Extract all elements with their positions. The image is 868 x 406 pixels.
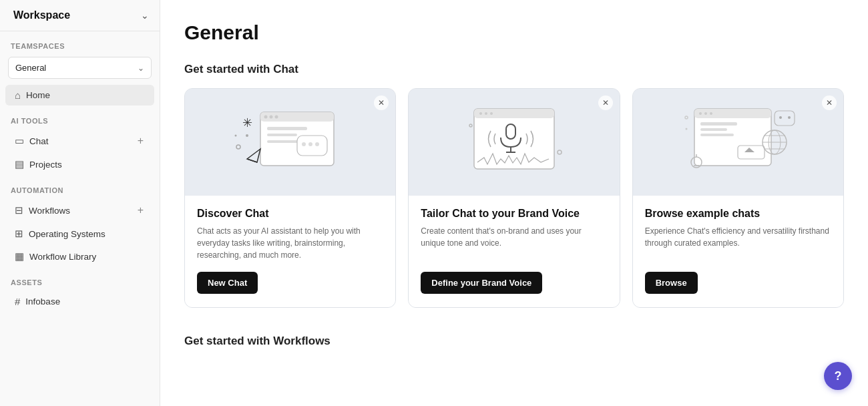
brand-voice-svg: [447, 99, 581, 186]
svg-rect-6: [267, 134, 297, 136]
svg-rect-33: [700, 122, 737, 126]
card-brand-voice-close[interactable]: ✕: [598, 95, 613, 110]
svg-point-15: [236, 145, 240, 149]
svg-rect-8: [297, 136, 327, 156]
svg-point-4: [274, 116, 278, 119]
card-discover-chat-illustration: ✳: [185, 89, 395, 196]
svg-point-10: [308, 142, 312, 146]
teamspace-dropdown[interactable]: General ⌄: [8, 57, 152, 79]
workflows-add-icon[interactable]: +: [135, 204, 146, 217]
svg-text:✳: ✳: [242, 116, 252, 130]
main-content: General Get started with Chat ✕: [160, 0, 868, 406]
card-brand-voice-body: Tailor Chat to your Brand Voice Create c…: [409, 196, 619, 307]
svg-point-50: [686, 128, 688, 130]
svg-point-32: [710, 112, 712, 115]
infobase-label: Infobase: [25, 296, 146, 307]
card-example-chats: ✕: [632, 88, 844, 308]
svg-point-2: [264, 116, 267, 119]
card-example-chats-illustration: [633, 89, 843, 196]
card-brand-voice-illustration: [409, 89, 619, 196]
workspace-chevron-icon: ⌄: [141, 10, 149, 21]
svg-rect-34: [700, 128, 727, 131]
projects-label: Projects: [29, 160, 146, 170]
svg-point-27: [558, 150, 562, 154]
section-workflows-title: Get started with Workflows: [184, 335, 844, 348]
help-button[interactable]: ?: [824, 362, 852, 390]
page-title: General: [184, 21, 844, 44]
card-brand-voice: ✕: [408, 88, 620, 308]
svg-point-17: [234, 135, 236, 137]
svg-point-20: [479, 112, 482, 115]
home-icon: ⌂: [15, 89, 21, 101]
workflow-library-icon: ▦: [15, 250, 24, 262]
workspace-header[interactable]: Workspace ⌄: [0, 0, 160, 31]
sidebar-item-projects[interactable]: ▤ Projects: [5, 154, 154, 175]
card-example-chats-description: Experience Chat's efficiency and versati…: [645, 225, 831, 261]
sidebar: Workspace ⌄ Teamspaces General ⌄ ⌂ Home …: [0, 0, 160, 406]
sidebar-item-workflow-library[interactable]: ▦ Workflow Library: [5, 246, 154, 267]
svg-point-21: [485, 112, 487, 115]
svg-point-3: [269, 116, 272, 119]
svg-rect-46: [775, 111, 795, 126]
svg-point-31: [704, 112, 707, 115]
operating-systems-icon: ⊞: [15, 228, 23, 240]
svg-marker-12: [247, 149, 260, 162]
infobase-icon: #: [15, 296, 20, 307]
card-brand-voice-description: Create content that's on-brand and uses …: [421, 225, 607, 261]
card-discover-chat-description: Chat acts as your AI assistant to help y…: [197, 225, 383, 261]
projects-icon: ▤: [15, 158, 24, 170]
browse-button[interactable]: Browse: [645, 272, 698, 294]
card-discover-chat-body: Discover Chat Chat acts as your AI assis…: [185, 196, 395, 307]
section-chat-title: Get started with Chat: [184, 63, 844, 76]
teamspace-chevron-icon: ⌄: [138, 63, 144, 73]
sidebar-item-infobase[interactable]: # Infobase: [5, 291, 154, 312]
example-chats-svg: [671, 99, 805, 186]
teamspaces-label: Teamspaces: [0, 31, 160, 54]
svg-point-30: [699, 112, 702, 115]
svg-point-48: [788, 116, 791, 119]
discover-chat-svg: ✳: [224, 99, 357, 186]
svg-point-16: [246, 134, 248, 137]
card-example-chats-close[interactable]: ✕: [822, 95, 837, 110]
teamspace-selected-label: General: [15, 63, 46, 73]
svg-point-11: [315, 142, 319, 146]
svg-line-13: [247, 159, 257, 162]
svg-point-22: [490, 112, 493, 115]
card-discover-chat: ✕: [184, 88, 396, 308]
automation-label: Automation: [0, 176, 160, 198]
card-discover-chat-title: Discover Chat: [197, 208, 383, 220]
card-example-chats-title: Browse example chats: [645, 208, 831, 220]
svg-point-49: [685, 116, 688, 119]
home-label: Home: [26, 90, 146, 100]
card-brand-voice-title: Tailor Chat to your Brand Voice: [421, 208, 607, 220]
define-brand-voice-button[interactable]: Define your Brand Voice: [421, 272, 542, 294]
card-example-chats-body: Browse example chats Experience Chat's e…: [633, 196, 843, 307]
operating-systems-label: Operating Systems: [29, 229, 146, 239]
assets-label: Assets: [0, 268, 160, 290]
sidebar-item-chat[interactable]: ▭ Chat +: [5, 130, 154, 152]
workflow-library-label: Workflow Library: [29, 252, 146, 262]
new-chat-button[interactable]: New Chat: [197, 272, 258, 294]
svg-point-47: [779, 116, 782, 119]
svg-point-9: [302, 142, 306, 146]
workflows-label: Workflows: [29, 206, 130, 216]
chat-icon: ▭: [15, 135, 24, 147]
chat-add-icon[interactable]: +: [135, 134, 146, 148]
svg-rect-5: [267, 127, 307, 130]
ai-tools-label: AI Tools: [0, 106, 160, 129]
workflows-icon: ⊟: [15, 204, 23, 216]
chat-label: Chat: [29, 136, 130, 146]
sidebar-item-workflows[interactable]: ⊟ Workflows +: [5, 199, 154, 222]
svg-rect-35: [700, 134, 734, 136]
cards-row-chat: ✕: [184, 88, 844, 308]
workspace-title: Workspace: [13, 9, 70, 21]
svg-point-26: [469, 124, 472, 127]
sidebar-item-operating-systems[interactable]: ⊞ Operating Systems: [5, 223, 154, 244]
sidebar-item-home[interactable]: ⌂ Home: [5, 85, 154, 106]
